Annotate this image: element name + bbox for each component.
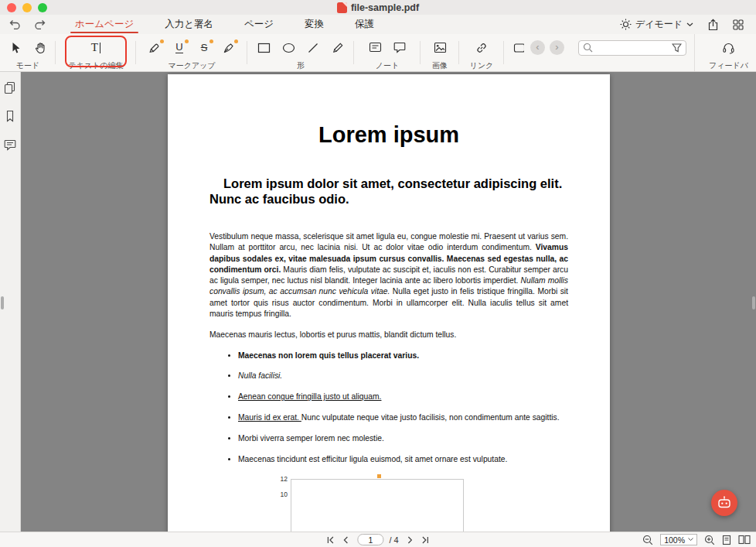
- list-item: Maecenas non lorem quis tellus placerat …: [238, 350, 568, 361]
- comment-tool-button[interactable]: [390, 39, 409, 57]
- last-page-button[interactable]: [422, 536, 430, 544]
- image-tool-button[interactable]: [431, 39, 449, 57]
- group-shapes-label: 形: [297, 60, 305, 71]
- group-link: リンク: [459, 34, 504, 71]
- group-notes-label: ノート: [376, 60, 399, 71]
- search-icon: [583, 43, 593, 53]
- feedback-headset-button[interactable]: [720, 39, 738, 57]
- ribbon-tab-bar: ホームページ 入力と署名 ページ 変換 保護 デイモード: [0, 15, 756, 34]
- chevron-down-icon: [688, 538, 693, 542]
- chart-y-axis: 12 10: [209, 475, 291, 506]
- zoom-in-button[interactable]: [704, 535, 715, 545]
- group-markup: U S マークアップ: [136, 34, 247, 71]
- doc-paragraph-1: Vestibulum neque massa, scelerisque sit …: [209, 231, 568, 320]
- pen-tool-button[interactable]: [220, 39, 238, 57]
- underline-tool-button[interactable]: U: [170, 39, 189, 57]
- group-mode: モード: [0, 34, 56, 71]
- doc-bullet-list: Maecenas non lorem quis tellus placerat …: [209, 350, 568, 465]
- day-mode-label: デイモード: [635, 18, 683, 31]
- text-note-tool-button[interactable]: [366, 39, 384, 57]
- apps-grid-button[interactable]: [733, 19, 744, 30]
- group-text-edit-label: テキストの編集: [68, 60, 123, 71]
- group-link-label: リンク: [470, 60, 494, 71]
- close-window-button[interactable]: [7, 3, 16, 12]
- zoom-controls: 100%: [642, 532, 751, 547]
- traffic-lights: [7, 3, 47, 12]
- group-text-edit: T テキストの編集: [56, 34, 136, 71]
- vertical-scrollbar-thumb[interactable]: [752, 296, 755, 309]
- group-feedback-label: フィードバ: [709, 60, 748, 71]
- page-navigation: / 4: [326, 532, 429, 547]
- main-area: Lorem ipsum Lorem ipsum dolor sit amet, …: [0, 72, 756, 532]
- window-titlebar: file-sample.pdf: [0, 0, 756, 15]
- edit-text-glyph: T: [91, 41, 98, 54]
- main-toolbar: モード T テキストの編集 U S マークアップ: [0, 34, 756, 72]
- minimize-window-button[interactable]: [22, 3, 32, 12]
- single-page-view-button[interactable]: [722, 535, 731, 545]
- share-button[interactable]: [707, 19, 719, 31]
- highlight-tool-button[interactable]: [145, 39, 164, 57]
- zoom-out-button[interactable]: [642, 535, 653, 545]
- pencil-tool-button[interactable]: [329, 39, 347, 57]
- page-number-input[interactable]: [357, 534, 383, 545]
- pdf-page[interactable]: Lorem ipsum Lorem ipsum dolor sit amet, …: [168, 74, 610, 532]
- day-mode-toggle[interactable]: デイモード: [620, 18, 693, 31]
- chart-plot-area: [291, 479, 464, 532]
- status-bar: / 4 100%: [0, 532, 756, 547]
- filter-funnel-icon[interactable]: [672, 43, 682, 53]
- zoom-window-button[interactable]: [38, 3, 47, 12]
- tab-home[interactable]: ホームページ: [60, 15, 149, 34]
- robot-icon: [717, 495, 732, 511]
- comments-panel-button[interactable]: [2, 137, 18, 152]
- group-image: 画像: [421, 34, 459, 71]
- next-page-button[interactable]: [407, 536, 414, 544]
- search-input[interactable]: [596, 43, 669, 53]
- redo-button[interactable]: [32, 18, 47, 31]
- undo-button[interactable]: [8, 18, 22, 31]
- line-tool-button[interactable]: [304, 39, 322, 57]
- group-markup-label: マークアップ: [168, 60, 215, 71]
- strikethrough-tool-button[interactable]: S: [195, 39, 213, 57]
- link-tool-button[interactable]: [472, 39, 491, 57]
- tab-fill-sign[interactable]: 入力と署名: [149, 15, 229, 34]
- partial-tool-button[interactable]: [510, 39, 524, 57]
- toolbar-scroll-left-button[interactable]: ‹: [530, 40, 545, 55]
- group-partial: [504, 34, 524, 71]
- doc-paragraph-2: Maecenas mauris lectus, lobortis et puru…: [209, 330, 568, 340]
- chart-fragment: 12 10: [209, 479, 568, 532]
- chart-legend-marker: [377, 474, 381, 478]
- list-item: Maecenas tincidunt est efficitur ligula …: [238, 454, 568, 465]
- tab-convert[interactable]: 変換: [289, 15, 339, 34]
- chevron-down-icon: [686, 22, 693, 27]
- window-title-text: file-sample.pdf: [351, 2, 419, 13]
- assistant-robot-button[interactable]: [711, 490, 737, 516]
- thumbnails-panel-button[interactable]: [2, 80, 18, 95]
- doc-title: Lorem ipsum: [209, 122, 568, 148]
- ellipse-tool-button[interactable]: [279, 39, 298, 57]
- underline-glyph: U: [175, 42, 182, 53]
- edit-text-button[interactable]: T: [87, 39, 105, 57]
- search-field[interactable]: [578, 40, 686, 56]
- doc-heading: Lorem ipsum dolor sit amet, consectetur …: [209, 176, 568, 207]
- list-item: Aenean congue fringilla justo ut aliquam…: [238, 391, 568, 402]
- tab-page[interactable]: ページ: [229, 15, 289, 34]
- facing-pages-view-button[interactable]: [738, 535, 751, 545]
- list-item: Morbi viverra semper lorem nec molestie.: [238, 433, 568, 444]
- toolbar-scroll-buttons: ‹ ›: [524, 36, 570, 59]
- hand-tool-button[interactable]: [31, 39, 49, 57]
- list-item: Nulla facilisi.: [238, 371, 568, 381]
- left-pane-handle[interactable]: [1, 296, 4, 309]
- select-tool-button[interactable]: [6, 39, 25, 57]
- window-title: file-sample.pdf: [337, 2, 419, 13]
- group-image-label: 画像: [432, 60, 448, 71]
- tab-protect[interactable]: 保護: [339, 15, 390, 34]
- previous-page-button[interactable]: [342, 536, 349, 544]
- zoom-level-select[interactable]: 100%: [660, 534, 697, 545]
- first-page-button[interactable]: [326, 536, 334, 544]
- bookmarks-panel-button[interactable]: [2, 108, 18, 124]
- rectangle-tool-button[interactable]: [254, 39, 273, 57]
- toolbar-scroll-right-button[interactable]: ›: [550, 40, 564, 55]
- list-item: Mauris id ex erat. Nunc vulputate neque …: [238, 412, 568, 423]
- sun-icon: [620, 19, 632, 30]
- group-shapes: 形: [247, 34, 354, 71]
